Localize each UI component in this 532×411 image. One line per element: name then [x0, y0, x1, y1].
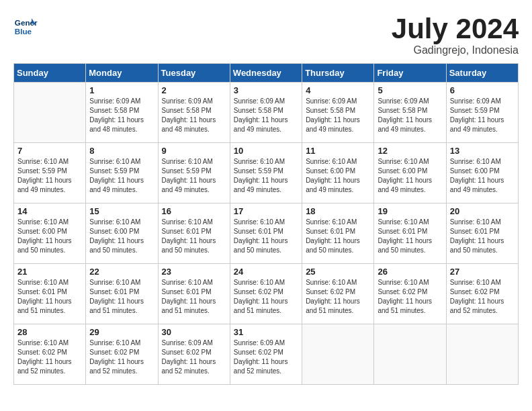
day-number: 15: [89, 206, 154, 216]
day-number: 8: [89, 146, 154, 156]
day-number: 29: [89, 327, 154, 337]
day-info: Sunrise: 6:09 AM Sunset: 5:58 PM Dayligh…: [306, 97, 370, 134]
calendar-cell: 17Sunrise: 6:10 AM Sunset: 6:01 PM Dayli…: [230, 203, 302, 264]
day-number: 10: [234, 146, 298, 156]
calendar-cell: 7Sunrise: 6:10 AM Sunset: 5:59 PM Daylig…: [14, 143, 86, 203]
logo: General Blue: [13, 13, 38, 38]
day-number: 14: [17, 206, 82, 216]
calendar-cell: 13Sunrise: 6:10 AM Sunset: 6:00 PM Dayli…: [446, 143, 518, 203]
calendar-cell: 12Sunrise: 6:10 AM Sunset: 6:00 PM Dayli…: [374, 143, 446, 203]
day-info: Sunrise: 6:09 AM Sunset: 5:58 PM Dayligh…: [378, 97, 442, 134]
day-number: 28: [17, 327, 82, 337]
day-number: 30: [162, 327, 226, 337]
day-info: Sunrise: 6:09 AM Sunset: 5:58 PM Dayligh…: [89, 97, 154, 134]
day-number: 3: [234, 85, 298, 95]
day-info: Sunrise: 6:09 AM Sunset: 5:58 PM Dayligh…: [162, 97, 226, 134]
day-info: Sunrise: 6:09 AM Sunset: 5:59 PM Dayligh…: [450, 97, 515, 134]
day-info: Sunrise: 6:10 AM Sunset: 5:59 PM Dayligh…: [162, 157, 226, 195]
calendar-cell: [302, 324, 374, 385]
calendar-cell: 11Sunrise: 6:10 AM Sunset: 6:00 PM Dayli…: [302, 143, 374, 203]
day-info: Sunrise: 6:09 AM Sunset: 6:02 PM Dayligh…: [234, 338, 298, 376]
title-block: July 2024 Gadingrejo, Indonesia: [392, 13, 519, 56]
calendar-cell: 8Sunrise: 6:10 AM Sunset: 5:59 PM Daylig…: [86, 143, 158, 203]
day-header-wednesday: Wednesday: [230, 64, 302, 83]
calendar-cell: [14, 83, 86, 143]
calendar-cell: 5Sunrise: 6:09 AM Sunset: 5:58 PM Daylig…: [374, 83, 446, 143]
day-info: Sunrise: 6:10 AM Sunset: 6:00 PM Dayligh…: [17, 218, 82, 255]
day-info: Sunrise: 6:10 AM Sunset: 6:01 PM Dayligh…: [378, 218, 442, 255]
day-info: Sunrise: 6:09 AM Sunset: 5:58 PM Dayligh…: [234, 97, 298, 134]
svg-text:Blue: Blue: [15, 27, 32, 36]
day-number: 20: [450, 206, 515, 216]
day-info: Sunrise: 6:10 AM Sunset: 6:02 PM Dayligh…: [378, 278, 442, 316]
calendar-cell: 15Sunrise: 6:10 AM Sunset: 6:00 PM Dayli…: [86, 203, 158, 264]
day-info: Sunrise: 6:10 AM Sunset: 6:02 PM Dayligh…: [234, 278, 298, 316]
calendar-cell: 3Sunrise: 6:09 AM Sunset: 5:58 PM Daylig…: [230, 83, 302, 143]
day-number: 19: [378, 206, 442, 216]
logo-icon: General Blue: [13, 13, 38, 38]
day-number: 9: [162, 146, 226, 156]
calendar-cell: 25Sunrise: 6:10 AM Sunset: 6:02 PM Dayli…: [302, 264, 374, 324]
day-header-saturday: Saturday: [446, 64, 518, 83]
day-number: 24: [234, 267, 298, 277]
day-info: Sunrise: 6:10 AM Sunset: 6:01 PM Dayligh…: [306, 218, 370, 255]
day-number: 13: [450, 146, 515, 156]
day-info: Sunrise: 6:10 AM Sunset: 6:01 PM Dayligh…: [234, 218, 298, 255]
day-info: Sunrise: 6:10 AM Sunset: 6:00 PM Dayligh…: [89, 218, 154, 255]
calendar-cell: 6Sunrise: 6:09 AM Sunset: 5:59 PM Daylig…: [446, 83, 518, 143]
day-number: 27: [450, 267, 515, 277]
calendar-cell: 4Sunrise: 6:09 AM Sunset: 5:58 PM Daylig…: [302, 83, 374, 143]
day-header-tuesday: Tuesday: [158, 64, 230, 83]
calendar-cell: 10Sunrise: 6:10 AM Sunset: 5:59 PM Dayli…: [230, 143, 302, 203]
day-info: Sunrise: 6:10 AM Sunset: 5:59 PM Dayligh…: [89, 157, 154, 195]
calendar-cell: 23Sunrise: 6:10 AM Sunset: 6:01 PM Dayli…: [158, 264, 230, 324]
day-number: 12: [378, 146, 442, 156]
day-info: Sunrise: 6:10 AM Sunset: 5:59 PM Dayligh…: [234, 157, 298, 195]
calendar-cell: 31Sunrise: 6:09 AM Sunset: 6:02 PM Dayli…: [230, 324, 302, 385]
day-number: 1: [89, 85, 154, 95]
day-info: Sunrise: 6:10 AM Sunset: 6:02 PM Dayligh…: [17, 338, 82, 376]
day-info: Sunrise: 6:10 AM Sunset: 6:00 PM Dayligh…: [450, 157, 515, 195]
calendar-cell: 29Sunrise: 6:10 AM Sunset: 6:02 PM Dayli…: [86, 324, 158, 385]
day-number: 17: [234, 206, 298, 216]
day-header-sunday: Sunday: [14, 64, 86, 83]
day-info: Sunrise: 6:10 AM Sunset: 6:02 PM Dayligh…: [89, 338, 154, 376]
calendar-cell: [446, 324, 518, 385]
day-info: Sunrise: 6:10 AM Sunset: 6:00 PM Dayligh…: [378, 157, 442, 195]
calendar-cell: 9Sunrise: 6:10 AM Sunset: 5:59 PM Daylig…: [158, 143, 230, 203]
calendar-cell: 30Sunrise: 6:09 AM Sunset: 6:02 PM Dayli…: [158, 324, 230, 385]
calendar-cell: 16Sunrise: 6:10 AM Sunset: 6:01 PM Dayli…: [158, 203, 230, 264]
day-header-thursday: Thursday: [302, 64, 374, 83]
calendar-cell: 22Sunrise: 6:10 AM Sunset: 6:01 PM Dayli…: [86, 264, 158, 324]
page-header: General Blue July 2024 Gadingrejo, Indon…: [13, 13, 519, 56]
day-number: 6: [450, 85, 515, 95]
calendar-cell: 20Sunrise: 6:10 AM Sunset: 6:01 PM Dayli…: [446, 203, 518, 264]
calendar-cell: 26Sunrise: 6:10 AM Sunset: 6:02 PM Dayli…: [374, 264, 446, 324]
day-info: Sunrise: 6:10 AM Sunset: 6:00 PM Dayligh…: [306, 157, 370, 195]
calendar-cell: 19Sunrise: 6:10 AM Sunset: 6:01 PM Dayli…: [374, 203, 446, 264]
day-info: Sunrise: 6:09 AM Sunset: 6:02 PM Dayligh…: [162, 338, 226, 376]
calendar-cell: 28Sunrise: 6:10 AM Sunset: 6:02 PM Dayli…: [14, 324, 86, 385]
day-number: 4: [306, 85, 370, 95]
calendar-cell: 21Sunrise: 6:10 AM Sunset: 6:01 PM Dayli…: [14, 264, 86, 324]
calendar-cell: [374, 324, 446, 385]
calendar-cell: 2Sunrise: 6:09 AM Sunset: 5:58 PM Daylig…: [158, 83, 230, 143]
calendar-cell: 24Sunrise: 6:10 AM Sunset: 6:02 PM Dayli…: [230, 264, 302, 324]
day-number: 23: [162, 267, 226, 277]
day-number: 26: [378, 267, 442, 277]
day-info: Sunrise: 6:10 AM Sunset: 5:59 PM Dayligh…: [17, 157, 82, 195]
day-info: Sunrise: 6:10 AM Sunset: 6:01 PM Dayligh…: [162, 218, 226, 255]
day-number: 16: [162, 206, 226, 216]
day-number: 31: [234, 327, 298, 337]
day-info: Sunrise: 6:10 AM Sunset: 6:02 PM Dayligh…: [450, 278, 515, 316]
day-number: 2: [162, 85, 226, 95]
calendar-cell: 18Sunrise: 6:10 AM Sunset: 6:01 PM Dayli…: [302, 203, 374, 264]
calendar-cell: 14Sunrise: 6:10 AM Sunset: 6:00 PM Dayli…: [14, 203, 86, 264]
calendar-cell: 27Sunrise: 6:10 AM Sunset: 6:02 PM Dayli…: [446, 264, 518, 324]
day-number: 21: [17, 267, 82, 277]
day-info: Sunrise: 6:10 AM Sunset: 6:01 PM Dayligh…: [17, 278, 82, 316]
day-number: 25: [306, 267, 370, 277]
day-info: Sunrise: 6:10 AM Sunset: 6:01 PM Dayligh…: [162, 278, 226, 316]
day-number: 22: [89, 267, 154, 277]
day-info: Sunrise: 6:10 AM Sunset: 6:01 PM Dayligh…: [89, 278, 154, 316]
